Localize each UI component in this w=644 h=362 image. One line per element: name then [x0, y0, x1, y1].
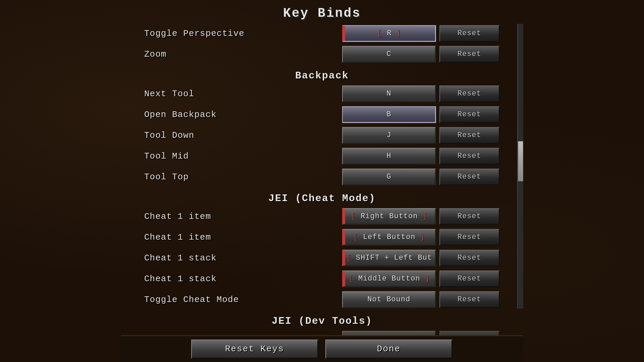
- key-binding-text: N: [386, 89, 391, 98]
- key-binding-button[interactable]: [ Left Button ]: [342, 229, 436, 246]
- section-header-backpack: Backpack: [141, 70, 503, 81]
- reset-button[interactable]: Reset: [439, 148, 500, 165]
- section-header-jei-cheat: JEI (Cheat Mode): [141, 193, 503, 204]
- keybind-label: Cheat 1 item: [141, 232, 342, 242]
- reset-button[interactable]: Reset: [439, 331, 500, 335]
- keybind-row: Tool TopGReset: [141, 167, 503, 187]
- keybind-row: Toggle Perspective[ R ]Reset: [141, 24, 503, 43]
- keybind-label: Toggle Cheat Mode: [141, 295, 342, 305]
- key-binding-text: G: [386, 173, 391, 181]
- key-binding-text: [ SHIFT + Left But: [346, 254, 432, 262]
- scrollbar-thumb[interactable]: [518, 141, 523, 181]
- keybind-row: Cheat 1 stack[ SHIFT + Left ButReset: [141, 248, 503, 268]
- key-binding-text: H: [386, 152, 391, 160]
- bottom-bar: Reset Keys Done: [121, 335, 523, 362]
- key-binding-button[interactable]: N: [342, 85, 436, 102]
- key-binding-button[interactable]: Not Bound: [342, 331, 436, 335]
- key-binding-text: C: [386, 50, 391, 58]
- reset-button[interactable]: Reset: [439, 229, 500, 246]
- main-container: Key Binds Toggle Perspective[ R ]ResetZo…: [121, 0, 523, 362]
- keybind-row: Tool DownJReset: [141, 126, 503, 145]
- reset-button[interactable]: Reset: [439, 85, 500, 102]
- reset-button[interactable]: Reset: [439, 250, 500, 266]
- reset-button[interactable]: Reset: [439, 127, 500, 144]
- reset-keys-button[interactable]: Reset Keys: [191, 340, 319, 359]
- keybind-label: Cheat 1 stack: [141, 253, 342, 263]
- keybind-label: Tool Down: [141, 130, 342, 140]
- reset-button[interactable]: Reset: [439, 106, 500, 123]
- key-binding-button[interactable]: J: [342, 127, 436, 144]
- key-binding-text: Not Bound: [368, 295, 411, 304]
- key-binding-button[interactable]: C: [342, 46, 436, 63]
- reset-button[interactable]: Reset: [439, 208, 500, 225]
- key-binding-text: [ Right Button ]: [351, 212, 427, 221]
- reset-button[interactable]: Reset: [439, 25, 500, 42]
- section-header-jei-dev: JEI (Dev Tools): [141, 315, 503, 327]
- scroll-area: Toggle Perspective[ R ]ResetZoomCResetBa…: [121, 24, 523, 335]
- key-binding-button[interactable]: [ R ]: [342, 25, 436, 42]
- key-binding-button[interactable]: Not Bound: [342, 291, 436, 308]
- keybind-label: Copy Recipe ID to Clipboard: [141, 334, 342, 335]
- keybind-row: Cheat 1 stack[ Middle Button ]Reset: [141, 269, 503, 289]
- keybind-label: Tool Mid: [141, 151, 342, 161]
- keybind-label: Toggle Perspective: [141, 28, 342, 39]
- keybind-row: Tool MidHReset: [141, 146, 503, 166]
- key-binding-button[interactable]: [ SHIFT + Left But: [342, 250, 436, 266]
- keybind-label: Open Backpack: [141, 110, 342, 120]
- key-binding-button[interactable]: B: [342, 106, 436, 123]
- keybind-label: Tool Top: [141, 172, 342, 182]
- keybind-label: Cheat 1 stack: [141, 274, 342, 284]
- page-title: Key Binds: [283, 6, 361, 20]
- keybind-row: Copy Recipe ID to ClipboardNot BoundRese…: [141, 329, 503, 335]
- key-binding-text: [ Middle Button ]: [349, 275, 430, 283]
- reset-button[interactable]: Reset: [439, 291, 500, 308]
- keybind-row: Toggle Cheat ModeNot BoundReset: [141, 290, 503, 309]
- keybind-row: Open BackpackBReset: [141, 105, 503, 124]
- key-binding-text: [ Left Button ]: [354, 233, 425, 241]
- keybind-label: Next Tool: [141, 89, 342, 99]
- key-binding-button[interactable]: [ Middle Button ]: [342, 270, 436, 287]
- key-binding-text: B: [386, 110, 391, 119]
- keybind-row: Cheat 1 item[ Left Button ]Reset: [141, 228, 503, 247]
- key-binding-button[interactable]: G: [342, 169, 436, 185]
- scrollbar[interactable]: [517, 24, 523, 308]
- reset-button[interactable]: Reset: [439, 46, 500, 63]
- keybind-row: Cheat 1 item[ Right Button ]Reset: [141, 207, 503, 226]
- key-binding-button[interactable]: H: [342, 148, 436, 165]
- keybind-row: Next ToolNReset: [141, 84, 503, 104]
- reset-button[interactable]: Reset: [439, 169, 500, 185]
- keybind-row: ZoomCReset: [141, 45, 503, 64]
- reset-button[interactable]: Reset: [439, 270, 500, 287]
- keybind-label: Cheat 1 item: [141, 212, 342, 222]
- key-binding-text: Not Bound: [368, 335, 411, 335]
- keybind-label: Zoom: [141, 49, 342, 59]
- done-button[interactable]: Done: [325, 340, 453, 359]
- keybinds-content: Toggle Perspective[ R ]ResetZoomCResetBa…: [121, 24, 523, 335]
- key-binding-button[interactable]: [ Right Button ]: [342, 208, 436, 225]
- key-binding-text: [ R ]: [377, 29, 401, 38]
- key-binding-text: J: [386, 131, 391, 139]
